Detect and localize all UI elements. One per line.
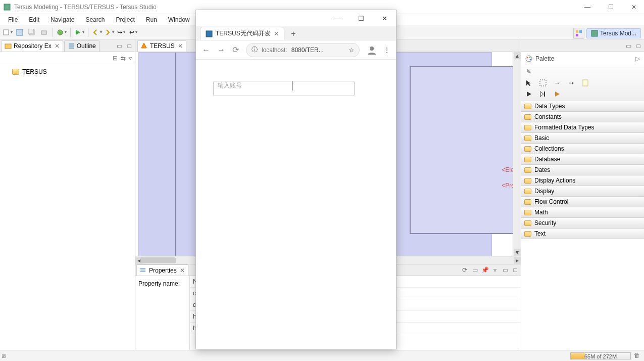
palette-category[interactable]: Collections [521,143,644,154]
menu-window[interactable]: Window [163,15,195,24]
browser-menu-icon[interactable]: ⋮ [384,47,390,54]
browser-address-bar[interactable]: ⓘ localhost:8080/TER... ☆ [246,43,360,57]
folder-icon [524,125,531,130]
palette-category[interactable]: Constants [521,111,644,122]
browser-forward-button[interactable]: → [217,46,225,55]
brush-icon[interactable]: ✎ [524,67,533,76]
browser-maximize-button[interactable]: ☐ [350,15,373,22]
palette-min-icon[interactable]: ▭ [624,41,633,51]
gc-button[interactable]: 🗑 [634,352,642,360]
scroll-right-icon[interactable]: ▸ [514,257,521,264]
dashed-arrow-icon[interactable]: ⇢ [567,78,576,87]
scroll-up-icon[interactable]: ▴ [514,52,521,59]
browser-close-button[interactable]: ✕ [373,15,396,22]
props-min-icon[interactable]: ▭ [501,265,510,275]
note-icon[interactable] [581,78,590,87]
flag-icon[interactable] [553,89,562,99]
play-icon[interactable] [524,89,533,99]
tree-node-root[interactable]: TERSUS [5,67,130,76]
status-left-icon[interactable]: ⎚ [2,352,6,359]
palette-category[interactable]: Security [521,217,644,229]
palette-max-icon[interactable]: □ [634,41,643,51]
debug-dropdown[interactable] [56,27,67,38]
palette-category[interactable]: Display [521,186,644,197]
svg-rect-2 [17,29,23,35]
scroll-down-icon[interactable]: ▾ [514,249,521,256]
account-input[interactable]: 输入账号 [213,81,355,96]
tab-properties-close[interactable]: ✕ [180,267,185,274]
props-pin-icon[interactable]: 📌 [480,265,489,275]
select-icon[interactable] [524,78,533,87]
perspective-tersus[interactable]: Tersus Mod... [586,28,641,38]
close-button[interactable]: ✕ [627,4,641,11]
browser-back-button[interactable]: ← [202,46,210,55]
tab-outline[interactable]: Outline [64,40,100,52]
editor-tab-close[interactable]: ✕ [178,42,183,50]
palette-category[interactable]: Database [521,154,644,165]
maximize-button[interactable]: ☐ [604,4,618,11]
props-max-icon[interactable]: □ [511,265,520,275]
nav-fwd-dropdown[interactable] [104,27,115,38]
save-all-button[interactable] [26,27,37,38]
view-max-button[interactable]: □ [125,41,134,51]
props-menu-icon[interactable]: ▿ [490,265,500,275]
folder-icon [524,136,531,141]
print-button[interactable] [38,27,49,38]
folder-icon [524,210,531,215]
repository-tree[interactable]: TERSUS [0,64,135,350]
palette-category-label: Dates [534,166,550,173]
minimize-button[interactable]: — [580,4,595,11]
svg-point-19 [530,59,531,60]
profile-icon[interactable] [367,45,377,55]
arrow-icon[interactable]: → [553,78,562,87]
browser-new-tab-button[interactable]: + [287,28,300,40]
browser-tab[interactable]: TERSUS无代码开发 ✕ [200,27,284,40]
palette-category[interactable]: Math [521,207,644,218]
props-toggle-icon[interactable]: ▭ [470,265,479,275]
palette-header: Palette ▷ [521,52,644,65]
palette-category-label: Math [534,209,548,216]
save-button[interactable] [14,27,25,38]
bookmark-star-icon[interactable]: ☆ [349,47,354,54]
new-dropdown[interactable] [2,27,13,38]
menu-project[interactable]: Project [111,15,139,24]
browser-reload-button[interactable]: ⟳ [232,45,239,55]
menu-search[interactable]: Search [80,15,110,24]
step-icon[interactable] [538,89,548,99]
nav-back-dropdown[interactable] [91,27,103,38]
nav-drop-2[interactable]: ↩ [128,27,139,38]
menu-file[interactable]: File [3,15,23,24]
open-perspective-button[interactable] [573,28,584,39]
browser-tab-close[interactable]: ✕ [274,30,279,37]
menu-run[interactable]: Run [141,15,162,24]
palette-category[interactable]: Dates [521,164,644,175]
tab-properties[interactable]: Properties ✕ [136,264,188,276]
menu-navigate[interactable]: Navigate [45,15,79,24]
palette-category[interactable]: Flow Control [521,196,644,207]
site-info-icon[interactable]: ⓘ [252,46,258,54]
palette-category[interactable]: Display Actions [521,175,644,186]
palette-category[interactable]: Text [521,228,644,239]
link-editor-icon[interactable]: ⇆ [121,55,126,62]
scroll-thumb[interactable] [140,257,176,263]
svg-marker-25 [555,92,560,97]
props-refresh-icon[interactable]: ⟳ [460,265,469,275]
nav-drop-1[interactable]: ↪ [116,27,127,38]
tab-repository[interactable]: Repository Ex ✕ [1,40,63,52]
outline-icon [68,42,75,50]
heap-bar[interactable]: 65M of 272M [570,352,631,359]
palette-category[interactable]: Data Types [521,101,644,112]
view-menu-icon[interactable]: ▿ [129,55,132,62]
editor-tab-tersus[interactable]: TERSUS ✕ [137,40,186,52]
canvas-vscroll[interactable]: ▴ ▾ [513,52,521,256]
menu-edit[interactable]: Edit [24,15,44,24]
palette-category[interactable]: Formatted Data Types [521,122,644,133]
collapse-all-icon[interactable]: ⊟ [113,55,118,62]
browser-minimize-button[interactable]: — [326,15,350,22]
view-min-button[interactable]: ▭ [115,41,124,51]
palette-category[interactable]: Basic [521,132,644,144]
marquee-icon[interactable] [538,78,548,87]
run-dropdown[interactable] [74,27,85,38]
tab-repository-close[interactable]: ✕ [55,42,60,50]
palette-collapse-icon[interactable]: ▷ [635,55,640,62]
